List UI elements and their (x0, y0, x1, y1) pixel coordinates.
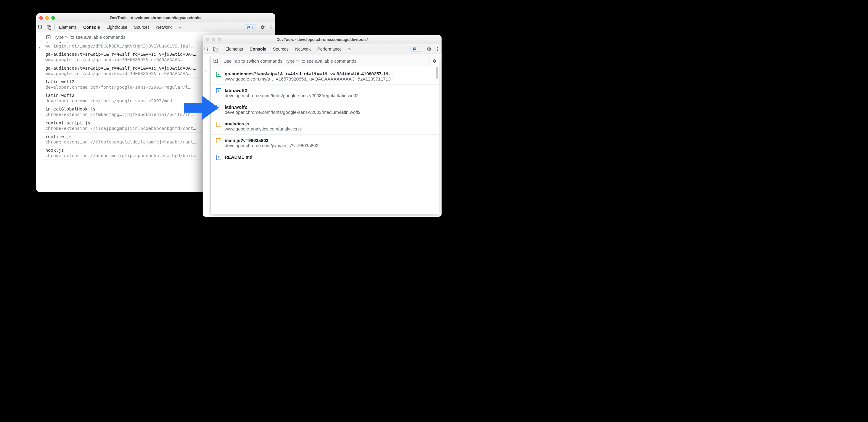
settings-button[interactable] (425, 45, 433, 53)
tab-elements[interactable]: Elements (59, 25, 76, 30)
tab-sources[interactable]: Sources (134, 25, 149, 30)
result-title: ga-audiences?t=sr&aip=1&_r=4&slf_rd=1&v=… (225, 71, 435, 76)
svg-point-15 (437, 49, 438, 49)
tabs-overflow[interactable]: » (179, 25, 181, 30)
kebab-icon (269, 25, 273, 30)
inspect-element-icon[interactable] (203, 45, 211, 53)
svg-rect-13 (414, 49, 415, 49)
font-file-icon: T (216, 155, 221, 160)
tab-console[interactable]: Console (83, 25, 100, 30)
zoom-icon[interactable] (52, 16, 55, 20)
result-path: developer.chrome.com/js/main.js?v=9803a8… (225, 143, 435, 148)
close-icon[interactable] (39, 16, 43, 20)
zoom-icon[interactable] (218, 38, 221, 41)
result-row[interactable]: Tlatin.woff2developer.chrome.com/fonts/g… (211, 85, 439, 102)
svg-rect-11 (215, 48, 217, 51)
issues-count: 1 (252, 25, 254, 29)
tab-sources[interactable]: Sources (273, 47, 288, 52)
tab-console[interactable]: Console (249, 47, 266, 52)
devtools-toolbar: Elements Console Sources Network Perform… (203, 44, 441, 54)
result-path: developer.chrome.com/fonts/google-sans-v… (225, 110, 435, 115)
result-path: www.google.com.my/a… =1657892085&_u=QACA… (225, 76, 435, 81)
console-gutter: › (203, 54, 209, 217)
tab-performance[interactable]: Performance (317, 47, 341, 52)
result-path: developer.chrome.com/fonts/google-sans-v… (225, 93, 435, 98)
run-snippet-icon[interactable] (211, 56, 220, 66)
result-row[interactable]: ▲ga-audiences?t=sr&aip=1&_r=4&slf_rd=1&v… (211, 68, 439, 85)
svg-rect-12 (414, 48, 415, 49)
tab-elements[interactable]: Elements (225, 47, 243, 52)
command-hint: Type '?' to see available commands (54, 34, 125, 40)
issues-icon (412, 47, 417, 51)
inspect-element-icon[interactable] (36, 23, 45, 31)
js-file-icon: ⟨⟩ (216, 138, 221, 143)
result-row[interactable]: ⟨⟩main.js?v=9803a802developer.chrome.com… (211, 135, 439, 151)
prompt-caret-icon: › (39, 44, 40, 50)
console-gutter: › (36, 32, 43, 192)
command-hint[interactable]: Use Tab to switch commands. Type '?' to … (220, 57, 429, 65)
command-menu-settings[interactable] (429, 56, 439, 66)
svg-rect-2 (49, 26, 51, 29)
result-path: www.google-analytics.com/analytics.js (225, 126, 435, 131)
close-icon[interactable] (206, 38, 209, 41)
svg-rect-4 (247, 27, 249, 27)
minimize-icon[interactable] (212, 38, 215, 41)
svg-point-7 (271, 28, 272, 29)
svg-point-16 (437, 50, 438, 51)
svg-rect-3 (247, 26, 249, 27)
traffic-lights[interactable] (206, 38, 221, 41)
titlebar: DevTools - developer.chrome.com/tags/dev… (36, 13, 275, 22)
kebab-icon (435, 47, 440, 52)
command-menu-results[interactable]: ▲www.google.com/ads/… =1657892085&_u=QAC… (211, 66, 439, 214)
panel-tabs: Elements Console Lighthouse Sources Netw… (56, 25, 184, 30)
gear-icon (260, 25, 265, 30)
result-row[interactable]: ⟨⟩analytics.jswww.google-analytics.com/a… (211, 118, 439, 135)
devtools-toolbar: Elements Console Lighthouse Sources Netw… (36, 22, 275, 32)
scrollbar-thumb[interactable] (436, 66, 438, 79)
device-toolbar-icon[interactable] (45, 23, 53, 31)
more-button[interactable] (267, 23, 275, 31)
more-button[interactable] (433, 45, 441, 53)
tabs-overflow[interactable]: » (348, 47, 350, 52)
issues-icon (246, 25, 250, 29)
minimize-icon[interactable] (45, 16, 49, 20)
devtools-window-after: DevTools - developer.chrome.com/tags/dev… (203, 35, 441, 217)
issues-count: 1 (418, 47, 420, 51)
result-title: latin.woff2 (225, 105, 435, 110)
tab-network[interactable]: Network (156, 25, 172, 30)
prompt-caret-icon: › (205, 67, 207, 73)
settings-button[interactable] (258, 23, 267, 31)
issues-button[interactable]: 1 (410, 46, 422, 52)
svg-point-5 (271, 25, 272, 26)
window-title: DevTools - developer.chrome.com/tags/dev… (203, 37, 441, 42)
result-row[interactable]: ▲www.google.com/ads/… =1657892085&_u=QAC… (211, 66, 439, 68)
svg-point-14 (437, 47, 438, 48)
gear-icon (432, 58, 437, 63)
result-title: main.js?v=9803a802 (225, 138, 435, 143)
window-title: DevTools - developer.chrome.com/tags/dev… (36, 16, 275, 20)
command-menu-popup: Use Tab to switch commands. Type '?' to … (211, 56, 439, 214)
result-row[interactable]: Tlatin.woff2developer.chrome.com/fonts/g… (211, 102, 439, 118)
transition-arrow-icon (181, 93, 220, 123)
img-file-icon: ▲ (216, 72, 221, 77)
result-title: README.md (225, 154, 435, 160)
svg-point-6 (271, 27, 272, 28)
run-snippet-icon[interactable] (45, 35, 52, 40)
tab-lighthouse[interactable]: Lighthouse (107, 25, 128, 30)
tab-network[interactable]: Network (295, 47, 311, 52)
traffic-lights[interactable] (39, 16, 55, 20)
result-title: latin.woff2 (225, 88, 435, 93)
device-toolbar-icon[interactable] (211, 45, 220, 53)
gear-icon (426, 46, 432, 52)
panel-tabs: Elements Console Sources Network Perform… (222, 47, 353, 52)
result-title: analytics.js (225, 121, 435, 126)
issues-button[interactable]: 1 (244, 24, 256, 30)
result-row[interactable]: TREADME.md (211, 151, 439, 163)
titlebar: DevTools - developer.chrome.com/tags/dev… (203, 35, 441, 44)
